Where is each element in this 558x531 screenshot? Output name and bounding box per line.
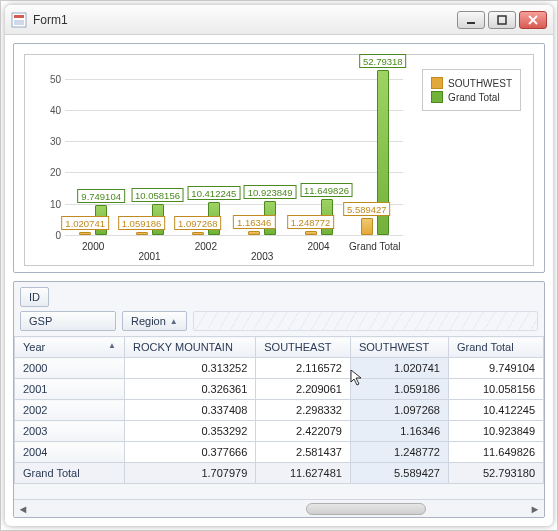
chart-legend: SOUTHWEST Grand Total bbox=[422, 69, 521, 111]
cell[interactable]: 11.627481 bbox=[256, 463, 351, 484]
scroll-thumb[interactable] bbox=[306, 503, 426, 515]
table-row[interactable]: 20030.3532922.4220791.1634610.923849 bbox=[15, 421, 544, 442]
grand-total-row[interactable]: Grand Total1.70797911.6274815.58942752.7… bbox=[15, 463, 544, 484]
scroll-right-icon[interactable]: ► bbox=[528, 502, 542, 516]
row-header[interactable]: 2003 bbox=[15, 421, 125, 442]
cell[interactable]: 1.059186 bbox=[350, 379, 448, 400]
data-label: 10.058156 bbox=[131, 188, 184, 202]
cell[interactable]: 0.326361 bbox=[125, 379, 256, 400]
x-tick: 2004 bbox=[307, 241, 329, 252]
svg-rect-4 bbox=[498, 16, 506, 24]
bar-southwest[interactable] bbox=[192, 232, 204, 235]
minimize-button[interactable] bbox=[457, 11, 485, 29]
sort-asc-icon: ▲ bbox=[108, 341, 116, 350]
legend-swatch-grandtotal bbox=[431, 91, 443, 103]
svg-rect-1 bbox=[14, 15, 24, 18]
close-button[interactable] bbox=[519, 11, 547, 29]
col-header[interactable]: SOUTHWEST bbox=[350, 337, 448, 358]
bar-southwest[interactable] bbox=[79, 232, 91, 235]
bar-southwest[interactable] bbox=[248, 231, 260, 235]
x-tick: Grand Total bbox=[349, 241, 401, 252]
data-field-gsp[interactable]: GSP bbox=[20, 311, 116, 331]
table-row[interactable]: 20020.3374082.2983321.09726810.412245 bbox=[15, 400, 544, 421]
cell[interactable]: 9.749104 bbox=[449, 358, 544, 379]
cell[interactable]: 1.248772 bbox=[350, 442, 448, 463]
legend-label-grandtotal: Grand Total bbox=[448, 92, 500, 103]
data-label: 9.749104 bbox=[77, 189, 125, 203]
cell[interactable]: 0.313252 bbox=[125, 358, 256, 379]
legend-label-southwest: SOUTHWEST bbox=[448, 78, 512, 89]
row-header[interactable]: 2000 bbox=[15, 358, 125, 379]
cell[interactable]: 0.353292 bbox=[125, 421, 256, 442]
col-header[interactable]: SOUTHEAST bbox=[256, 337, 351, 358]
cell[interactable]: 2.581437 bbox=[256, 442, 351, 463]
data-label: 1.020741 bbox=[61, 216, 109, 230]
data-label: 1.16346 bbox=[233, 215, 275, 229]
col-header-grandtotal[interactable]: Grand Total bbox=[449, 337, 544, 358]
x-tick: 2000 bbox=[82, 241, 104, 252]
cell[interactable]: 1.020741 bbox=[350, 358, 448, 379]
filter-field-id[interactable]: ID bbox=[20, 287, 49, 307]
cell[interactable]: 5.589427 bbox=[350, 463, 448, 484]
cell[interactable]: 2.422079 bbox=[256, 421, 351, 442]
bar-southwest[interactable] bbox=[361, 218, 373, 235]
cell[interactable]: 0.337408 bbox=[125, 400, 256, 421]
window-title: Form1 bbox=[33, 13, 457, 27]
data-label: 5.589427 bbox=[343, 202, 391, 216]
plot-area: 010203040501.0207419.7491041.05918610.05… bbox=[65, 63, 403, 235]
cell[interactable]: 0.377666 bbox=[125, 442, 256, 463]
row-field-year[interactable]: Year▲ bbox=[15, 337, 125, 358]
row-header-grandtotal[interactable]: Grand Total bbox=[15, 463, 125, 484]
row-header[interactable]: 2001 bbox=[15, 379, 125, 400]
maximize-button[interactable] bbox=[488, 11, 516, 29]
cell[interactable]: 1.16346 bbox=[350, 421, 448, 442]
legend-swatch-southwest bbox=[431, 77, 443, 89]
cell[interactable]: 1.707979 bbox=[125, 463, 256, 484]
cell[interactable]: 2.298332 bbox=[256, 400, 351, 421]
data-label: 10.412245 bbox=[187, 186, 240, 200]
y-tick: 30 bbox=[50, 136, 61, 147]
bar-southwest[interactable] bbox=[305, 231, 317, 235]
cell[interactable]: 11.649826 bbox=[449, 442, 544, 463]
cell[interactable]: 2.116572 bbox=[256, 358, 351, 379]
pivot-grid: ID GSP Region▲ Year▲ ROCKY MOUNTAIN SOUT… bbox=[13, 281, 545, 518]
cell[interactable]: 1.097268 bbox=[350, 400, 448, 421]
x-tick: 2001 bbox=[138, 251, 160, 262]
table-row[interactable]: 20040.3776662.5814371.24877211.649826 bbox=[15, 442, 544, 463]
cell[interactable]: 10.412245 bbox=[449, 400, 544, 421]
data-label: 1.059186 bbox=[118, 216, 166, 230]
pivot-table: Year▲ ROCKY MOUNTAIN SOUTHEAST SOUTHWEST… bbox=[14, 336, 544, 484]
y-tick: 50 bbox=[50, 73, 61, 84]
data-label: 1.097268 bbox=[174, 216, 222, 230]
cell[interactable]: 10.058156 bbox=[449, 379, 544, 400]
row-header[interactable]: 2002 bbox=[15, 400, 125, 421]
y-tick: 10 bbox=[50, 198, 61, 209]
table-row[interactable]: 20010.3263612.2090611.05918610.058156 bbox=[15, 379, 544, 400]
data-label: 11.649826 bbox=[300, 183, 353, 197]
horizontal-scrollbar[interactable]: ◄ ► bbox=[14, 499, 544, 517]
data-label: 52.79318 bbox=[359, 54, 407, 68]
cell[interactable]: 2.209061 bbox=[256, 379, 351, 400]
y-tick: 0 bbox=[55, 230, 61, 241]
bar-southwest[interactable] bbox=[136, 232, 148, 235]
sort-asc-icon: ▲ bbox=[170, 317, 178, 326]
y-tick: 20 bbox=[50, 167, 61, 178]
data-label: 10.923849 bbox=[244, 185, 297, 199]
x-tick: 2003 bbox=[251, 251, 273, 262]
chart-panel: 010203040501.0207419.7491041.05918610.05… bbox=[13, 43, 545, 273]
data-label: 1.248772 bbox=[287, 215, 335, 229]
y-tick: 40 bbox=[50, 104, 61, 115]
column-drop-area[interactable] bbox=[193, 311, 538, 331]
cell[interactable]: 52.793180 bbox=[449, 463, 544, 484]
cell[interactable]: 10.923849 bbox=[449, 421, 544, 442]
column-field-region[interactable]: Region▲ bbox=[122, 311, 187, 331]
table-row[interactable]: 20000.3132522.1165721.0207419.749104 bbox=[15, 358, 544, 379]
col-header[interactable]: ROCKY MOUNTAIN bbox=[125, 337, 256, 358]
x-tick: 2002 bbox=[195, 241, 217, 252]
app-icon bbox=[11, 12, 27, 28]
scroll-left-icon[interactable]: ◄ bbox=[16, 502, 30, 516]
svg-rect-2 bbox=[14, 20, 24, 25]
window-titlebar: Form1 bbox=[5, 5, 553, 35]
row-header[interactable]: 2004 bbox=[15, 442, 125, 463]
